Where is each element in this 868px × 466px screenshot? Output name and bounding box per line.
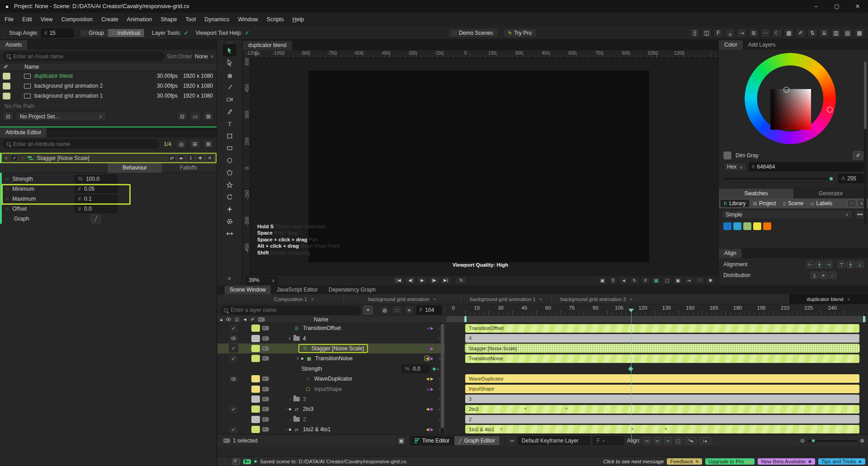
layer-name[interactable]: 2 [303, 416, 306, 423]
track-row[interactable]: 2to3 [445, 404, 868, 414]
individual-mode-button[interactable]: ⸬ Individual [108, 29, 144, 37]
prev-keyframe-icon[interactable]: ◀ [426, 377, 429, 381]
onion-skin-icon[interactable]: ◍ [380, 306, 390, 315]
track-row[interactable]: TransitionNoise [445, 353, 868, 363]
layer-bar[interactable]: InputShape [465, 385, 859, 393]
attribute-search-field[interactable] [3, 139, 159, 149]
polygon-tool[interactable] [223, 166, 236, 179]
text-tool[interactable]: T [223, 118, 236, 130]
enabled-checkbox[interactable]: ✓ [11, 155, 18, 161]
offset-field[interactable]: #0.0 [75, 205, 118, 213]
star-tool[interactable] [223, 179, 236, 191]
asset-row[interactable]: background grid animation 2 30.00fps 192… [0, 81, 217, 91]
composition-tab[interactable]: background grid animation 1× [461, 294, 551, 304]
keyframe-diamond[interactable] [628, 366, 633, 371]
visibility-toggle[interactable] [229, 334, 238, 343]
group-bar[interactable]: 3 [465, 395, 859, 403]
prev-keyframe-icon[interactable]: ◀ [426, 387, 429, 391]
prev-keyframe-icon[interactable]: ◀ [426, 346, 429, 351]
socket-icon[interactable]: ○ [5, 196, 9, 202]
close-button[interactable]: ✕ [847, 0, 868, 13]
toolbar-icon[interactable]: ▦ [784, 28, 794, 38]
layer-tools-check-icon[interactable]: ✓ [184, 30, 189, 36]
toolbar-icon[interactable]: ☾ [772, 28, 782, 38]
tools-expand-icon[interactable]: » [228, 274, 231, 282]
upgrade-pro-badge[interactable]: Upgrade to Pro●● [705, 458, 755, 465]
align-right-button[interactable]: ⊣ [825, 261, 832, 268]
jump-end-button[interactable]: ▶| [440, 277, 451, 284]
pin-icon[interactable]: ↧ [187, 154, 195, 162]
composition-tab[interactable]: duplicator blend× [788, 294, 868, 304]
snap-angle-value[interactable]: 15 [49, 30, 55, 36]
pan-tool[interactable] [223, 69, 236, 81]
color-swatch[interactable] [743, 222, 751, 230]
alpha-field[interactable]: A255 [838, 174, 863, 183]
layer-color-chip[interactable] [251, 426, 260, 433]
snap-grid-icon[interactable]: # [641, 277, 650, 284]
asset-search-input[interactable] [13, 53, 160, 60]
menu-item[interactable]: Animation [127, 16, 152, 23]
align-middle-button[interactable]: ┼ [847, 261, 854, 268]
toolbar-icon[interactable]: ⇅ [807, 28, 817, 38]
project-icon[interactable]: ⊟ [3, 112, 14, 121]
menu-item[interactable]: Help [292, 16, 304, 23]
keyframe-marker[interactable] [566, 408, 567, 410]
track-row[interactable] [445, 364, 868, 374]
menu-item[interactable]: Create [101, 16, 118, 23]
asset-color-chip[interactable] [3, 83, 10, 89]
ease-curve-button[interactable]: ↷▸ [685, 437, 697, 444]
time-editor-button[interactable]: Time Editor [410, 436, 454, 445]
layer-row[interactable]: ✓ › ⇄ 1to2 & 4to1 ◀▶ ○ [217, 424, 444, 434]
layer-search-field[interactable] [220, 306, 361, 315]
align-keys-center-button[interactable]: ∺ [654, 437, 661, 444]
layer-search-input[interactable] [231, 307, 357, 313]
demo-scenes-button[interactable]: ⸬ Demo Scenes [448, 28, 498, 38]
resize-tool[interactable] [223, 227, 236, 240]
composition-tab[interactable]: Composition 1× [245, 294, 343, 304]
layer-row[interactable]: ∷ WaveDuplicator ◀▶ ○ [217, 374, 444, 384]
swatch-set-select[interactable]: Simple ∨ [722, 210, 853, 219]
collapse-icon[interactable]: ∨ [5, 155, 8, 160]
reorder-icon[interactable]: ⇄ [168, 154, 176, 162]
solo-ring-icon[interactable]: ○ [21, 155, 24, 161]
toolbar-icon[interactable]: ⣿ [690, 28, 700, 38]
label-tag-icon[interactable] [262, 356, 269, 361]
close-attribute-icon[interactable]: ✕ [206, 154, 214, 162]
expand-icon[interactable]: › [286, 407, 287, 411]
expand-icon[interactable]: › [290, 417, 291, 422]
scene-tab[interactable]: ▯ Scene [780, 200, 807, 207]
timeline-ruler[interactable]: 0153045607590105120135150165180195210225… [445, 304, 868, 315]
layer-color-chip[interactable] [251, 345, 260, 352]
zoom-in-icon[interactable]: ⊕ [860, 438, 864, 444]
frame-offset-field[interactable]: F- [593, 436, 624, 445]
step-forward-button[interactable]: |▶ [429, 277, 439, 284]
layer-bar[interactable]: TransitionOffset [465, 324, 859, 333]
attribute-search-input[interactable] [13, 141, 156, 147]
labels-tab[interactable]: ◇ Labels [807, 200, 835, 207]
layer-name[interactable]: Stagger [Noise Scale] [311, 345, 364, 352]
panel-scrollbar[interactable] [864, 61, 867, 224]
audio-icon[interactable]: ◄ [619, 277, 628, 284]
messages-icon[interactable] [232, 458, 240, 465]
layer-name[interactable]: 4 [303, 335, 306, 342]
composition-frame[interactable] [308, 71, 649, 262]
asset-search-field[interactable] [3, 52, 164, 61]
strength-value-field[interactable]: %0.0 [401, 365, 429, 373]
distribute-h-button[interactable]: ▯ [811, 272, 818, 279]
layer-name[interactable]: TransitionOffset [303, 325, 341, 331]
export-icon[interactable]: ⇥ [684, 277, 693, 284]
next-keyframe-icon[interactable]: ▶ [430, 377, 434, 381]
enabled-checkbox[interactable]: ✓ [229, 354, 238, 363]
layer-row-selected[interactable]: ✓ ☰ Stagger [Noise Scale] ◀▶ ○ [217, 344, 444, 353]
layer-bar[interactable]: 1to2 & 4to1 [465, 425, 859, 433]
label-tag-icon[interactable] [262, 397, 269, 401]
generator-tab[interactable]: Generator [793, 188, 868, 198]
layer-name[interactable]: InputShape [314, 386, 342, 392]
viewport-tab[interactable]: duplicator blend [243, 41, 292, 50]
layer-color-chip[interactable] [251, 355, 260, 362]
new-beta-badge[interactable]: New Beta Available❋ [758, 458, 815, 465]
visibility-toggle[interactable] [229, 375, 238, 383]
display-icon[interactable]: ▢ [662, 277, 672, 284]
editor-tab[interactable]: Dependency Graph [324, 286, 381, 294]
hex-field[interactable]: # [749, 162, 863, 171]
